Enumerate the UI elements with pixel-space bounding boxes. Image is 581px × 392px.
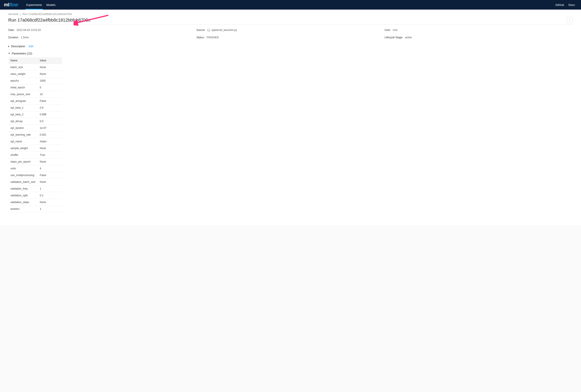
logo-ml: ml [4, 2, 9, 8]
param-name: opt_name [8, 138, 38, 145]
table-row: opt_beta_10.9 [8, 104, 62, 111]
param-value: None [38, 158, 62, 165]
section-description-header[interactable]: Description Edit [8, 44, 573, 48]
section-parameters-header[interactable]: Parameters (22) [8, 52, 573, 55]
title-bar: Run 17a068cdf22a4fbb8c1812bbfcb8700e ⋮ [8, 17, 573, 24]
param-name: initial_epoch [8, 84, 38, 91]
param-value: 1 [38, 206, 62, 212]
col-value-header: Value [38, 57, 62, 64]
info-lifecycle-value: active [405, 36, 412, 39]
param-value: None [38, 199, 62, 206]
table-row: workers1 [8, 206, 62, 212]
more-actions-button[interactable]: ⋮ [567, 17, 573, 23]
param-value: 0.999 [38, 111, 62, 118]
info-user: User root [385, 28, 573, 32]
info-duration-value: 1.5min [21, 36, 29, 39]
param-value: 0 [38, 84, 62, 91]
page-content: red-wine ❯ Run 17a068cdf22a4fbb8c1812bbf… [0, 10, 581, 225]
table-row: steps_per_epochNone [8, 158, 62, 165]
table-row: opt_amsgradFalse [8, 98, 62, 104]
table-row: use_multiprocessingFalse [8, 172, 62, 179]
param-name: units [8, 165, 38, 172]
breadcrumb-separator-icon: ❯ [19, 13, 21, 16]
info-date-value: 2022-04-03 13:01:53 [16, 28, 41, 32]
breadcrumb-current: Run 17a068cdf22a4fbb8c1812bbfcb8700e [23, 12, 72, 16]
info-status-label: Status [196, 36, 206, 39]
table-row: opt_nameAdam [8, 138, 62, 145]
param-value: 1000 [38, 78, 62, 84]
param-name: epochs [8, 78, 38, 84]
param-name: class_weight [8, 71, 38, 78]
table-row: opt_beta_20.999 [8, 111, 62, 118]
caret-down-icon [8, 53, 10, 54]
section-parameters: Parameters (22) Name Value batch_sizeNon… [8, 52, 573, 212]
param-value: 0.9 [38, 104, 62, 111]
table-header-row: Name Value [8, 57, 62, 64]
param-value: False [38, 98, 62, 104]
info-date: Date 2022-04-03 13:01:53 [8, 28, 196, 32]
breadcrumb-parent[interactable]: red-wine [8, 12, 18, 16]
nav-links-right: GitHub Docs [553, 0, 577, 10]
info-source-value: ipykernel_launcher.py [212, 28, 237, 32]
top-nav: ml flow Experiments Models GitHub Docs [0, 0, 581, 10]
param-name: opt_learning_rate [8, 132, 38, 138]
info-status-value: FINISHED [206, 36, 219, 39]
param-name: opt_epsilon [8, 125, 38, 132]
param-name: opt_amsgrad [8, 98, 38, 104]
param-value: 0.0 [38, 118, 62, 125]
param-value: False [38, 172, 62, 179]
logo[interactable]: ml flow [4, 2, 18, 8]
col-name-header: Name [8, 57, 38, 64]
parameters-table: Name Value batch_sizeNoneclass_weightNon… [8, 57, 62, 212]
param-name: shuffle [8, 152, 38, 158]
table-row: units4 [8, 165, 62, 172]
nav-github[interactable]: GitHub [553, 0, 566, 10]
info-user-label: User [385, 28, 392, 32]
kebab-icon: ⋮ [568, 18, 571, 22]
param-value: None [38, 145, 62, 152]
section-parameters-label: Parameters (22) [12, 52, 32, 55]
edit-description-link[interactable]: Edit [29, 45, 33, 48]
table-row: epochs1000 [8, 78, 62, 84]
table-row: opt_learning_rate0.001 [8, 132, 62, 138]
param-name: max_queue_size [8, 91, 38, 98]
logo-flow: flow [9, 2, 18, 8]
table-row: validation_stepsNone [8, 199, 62, 206]
table-row: validation_batch_sizeNone [8, 179, 62, 186]
param-name: steps_per_epoch [8, 158, 38, 165]
param-name: opt_beta_2 [8, 111, 38, 118]
param-value: Adam [38, 138, 62, 145]
info-lifecycle: Lifecycle Stage active [385, 36, 573, 39]
section-description-label: Description [11, 44, 25, 48]
laptop-icon [207, 29, 210, 31]
info-lifecycle-label: Lifecycle Stage [385, 36, 404, 39]
nav-models[interactable]: Models [44, 0, 58, 10]
param-value: 1e-07 [38, 125, 62, 132]
table-row: initial_epoch0 [8, 84, 62, 91]
nav-docs[interactable]: Docs [566, 0, 577, 10]
param-name: opt_beta_1 [8, 104, 38, 111]
info-source: Source ipykernel_launcher.py [196, 28, 385, 32]
info-duration: Duration 1.5min [8, 36, 196, 39]
param-name: validation_steps [8, 199, 38, 206]
param-name: workers [8, 206, 38, 212]
param-value: 0.2 [38, 192, 62, 199]
param-value: None [38, 64, 62, 71]
param-name: sample_weight [8, 145, 38, 152]
nav-experiments[interactable]: Experiments [24, 0, 44, 10]
param-value: None [38, 71, 62, 78]
param-name: batch_size [8, 64, 38, 71]
table-row: validation_split0.2 [8, 192, 62, 199]
param-name: opt_decay [8, 118, 38, 125]
section-description: Description Edit [8, 44, 573, 48]
table-row: validation_freq1 [8, 186, 62, 192]
param-value: 0.001 [38, 132, 62, 138]
info-date-label: Date [8, 28, 16, 32]
table-row: batch_sizeNone [8, 64, 62, 71]
param-name: validation_batch_size [8, 179, 38, 186]
caret-right-icon [8, 46, 9, 47]
page-title: Run 17a068cdf22a4fbb8c1812bbfcb8700e [8, 18, 90, 23]
info-source-label: Source [196, 28, 207, 32]
info-duration-label: Duration [8, 36, 20, 39]
param-value: 4 [38, 165, 62, 172]
